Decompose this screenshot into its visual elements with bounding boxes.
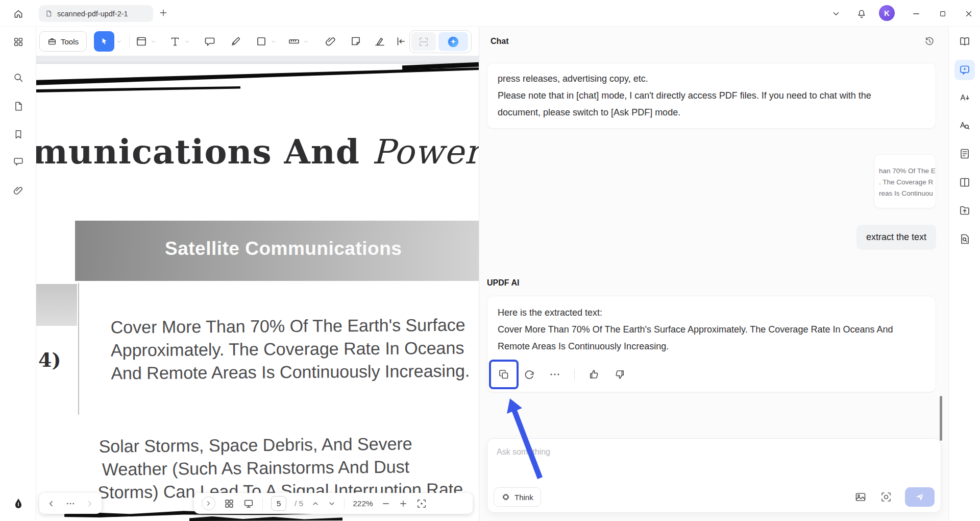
- zoom-in-button[interactable]: [399, 499, 408, 508]
- screenshot-button[interactable]: [879, 490, 893, 504]
- tools-button[interactable]: Tools: [39, 31, 87, 52]
- sidebar-item-bookmarks[interactable]: [9, 125, 28, 144]
- thumbs-up-icon: [588, 368, 600, 381]
- plus-icon: [158, 8, 168, 18]
- ai-name-label: UPDF AI: [487, 278, 936, 288]
- thumbnail-view-button[interactable]: [224, 498, 235, 509]
- nav-more-button[interactable]: [65, 499, 76, 509]
- zoom-level[interactable]: 222%: [353, 499, 373, 508]
- home-icon: [13, 9, 23, 19]
- next-page-button[interactable]: [328, 500, 336, 508]
- text-tool-button[interactable]: [169, 35, 181, 48]
- pen-tool-button[interactable]: [230, 35, 242, 48]
- page-number: 5: [277, 499, 281, 508]
- margin-tool-button[interactable]: [395, 35, 407, 48]
- chat-history-button[interactable]: [922, 34, 937, 49]
- tools-label: Tools: [61, 37, 79, 46]
- measure-tool-button[interactable]: [288, 35, 300, 48]
- select-tool-button[interactable]: [94, 31, 114, 52]
- sidebar-item-search-document[interactable]: [954, 229, 975, 249]
- indent-arrow-icon: [395, 35, 407, 48]
- main-toolbar: Tools: [36, 27, 479, 56]
- nav-forward-button[interactable]: [85, 499, 94, 508]
- tab-title: scanned-pdf-updf-2-1: [57, 10, 128, 18]
- signature-tool-button[interactable]: [374, 35, 386, 48]
- home-button[interactable]: [10, 5, 27, 22]
- zoom-out-button[interactable]: [381, 499, 390, 508]
- thumbs-down-button[interactable]: [614, 368, 626, 381]
- avatar-initial: K: [884, 9, 889, 17]
- sticker-tool-button[interactable]: [350, 35, 362, 48]
- regenerate-button[interactable]: [523, 368, 535, 381]
- sidebar-item-form[interactable]: [954, 144, 975, 164]
- chat-messages[interactable]: press releases, advertising copy, etc. P…: [487, 56, 936, 432]
- page-tool-button[interactable]: [135, 35, 148, 48]
- chevron-down-icon[interactable]: [151, 39, 156, 44]
- list-marker: 4): [38, 348, 61, 371]
- shape-tool-button[interactable]: [255, 35, 267, 48]
- comment-tool-button[interactable]: [204, 35, 216, 48]
- close-button[interactable]: [960, 5, 977, 22]
- ruler-icon: [288, 35, 300, 48]
- sidebar-item-text-search[interactable]: [954, 115, 975, 136]
- chevron-down-icon[interactable]: [271, 39, 276, 44]
- input-actions-row: Think: [494, 487, 935, 507]
- scan-icon: [418, 36, 429, 48]
- message-line: Here is the extracted text:: [498, 304, 925, 321]
- sidebar-item-apps[interactable]: [9, 32, 28, 51]
- sidebar-item-reader[interactable]: [954, 31, 975, 52]
- think-toggle-button[interactable]: Think: [494, 487, 541, 507]
- expand-panel-button[interactable]: [202, 496, 215, 510]
- minimize-icon: [912, 9, 921, 18]
- paragraph-line: Approximately. The Coverage Rate In Ocea…: [111, 337, 470, 362]
- text-search-icon: [959, 120, 971, 132]
- sidebar-item-translate[interactable]: [954, 88, 975, 108]
- ocr-ai-group: [409, 30, 472, 53]
- sidebar-item-export[interactable]: [954, 200, 975, 221]
- new-tab-button[interactable]: [158, 8, 169, 19]
- attach-tool-button[interactable]: [325, 35, 337, 48]
- page-number-input[interactable]: 5: [271, 496, 286, 511]
- minimize-button[interactable]: [908, 5, 924, 22]
- document-tab[interactable]: scanned-pdf-updf-2-1: [39, 5, 153, 22]
- ai-assistant-button[interactable]: [438, 32, 468, 51]
- fit-screen-button[interactable]: [416, 498, 427, 509]
- insert-image-button[interactable]: [854, 490, 867, 504]
- send-button[interactable]: [905, 487, 935, 507]
- chat-scrollbar[interactable]: [940, 396, 942, 441]
- sidebar-item-ai-assistant[interactable]: [954, 60, 975, 80]
- chevron-right-icon: [85, 499, 94, 508]
- sidebar-item-search[interactable]: [9, 68, 28, 87]
- chat-input[interactable]: [497, 443, 932, 461]
- more-actions-button[interactable]: [549, 368, 561, 381]
- maximize-button[interactable]: [934, 5, 951, 22]
- pdf-viewer[interactable]: munications And Power Satellite Communic…: [36, 56, 479, 521]
- divider: [574, 369, 575, 380]
- thumbs-up-button[interactable]: [588, 368, 600, 381]
- nav-back-button[interactable]: [46, 499, 56, 508]
- ocr-scan-button[interactable]: [411, 32, 436, 51]
- sidebar-item-attachments[interactable]: [9, 181, 28, 200]
- paragraph-1: Cover More Than 70% Of The Earth's Surfa…: [111, 314, 470, 385]
- chevron-down-icon[interactable]: [116, 39, 122, 44]
- presentation-button[interactable]: [243, 498, 254, 509]
- notifications-button[interactable]: [853, 5, 870, 22]
- signature-icon: [374, 35, 386, 48]
- sidebar-item-comments[interactable]: [9, 152, 28, 171]
- avatar[interactable]: K: [879, 5, 895, 21]
- previous-page-button[interactable]: [311, 500, 320, 508]
- maximize-icon: [939, 10, 947, 18]
- quote-line: han 70% Of The E: [879, 165, 931, 177]
- sidebar-item-pages[interactable]: [9, 97, 28, 115]
- collapse-button[interactable]: [827, 5, 844, 22]
- message-line: Please note that in [chat] mode, I can't…: [498, 87, 925, 104]
- paperclip-icon: [325, 35, 337, 48]
- chevron-right-icon: [205, 500, 212, 507]
- chevron-down-icon[interactable]: [184, 39, 190, 44]
- page-tool-icon: [135, 35, 148, 48]
- copy-button[interactable]: [498, 368, 510, 381]
- think-label: Think: [514, 493, 533, 502]
- ellipsis-icon: [549, 368, 561, 381]
- chevron-down-icon[interactable]: [303, 39, 309, 44]
- sidebar-item-booklet[interactable]: [954, 172, 975, 193]
